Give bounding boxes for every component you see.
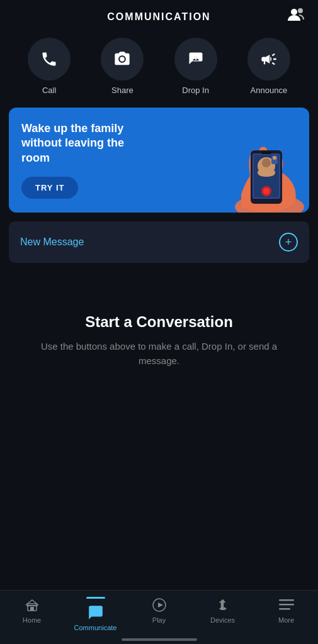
action-item-share[interactable]: Share — [101, 38, 144, 95]
svg-rect-20 — [279, 604, 294, 606]
communicate-icon — [88, 604, 104, 621]
svg-rect-10 — [261, 152, 271, 154]
try-it-button[interactable]: TRY IT — [21, 177, 78, 199]
more-nav-label: More — [278, 616, 294, 624]
share-button[interactable] — [101, 38, 144, 80]
share-label: Share — [111, 86, 133, 95]
page-title: COMMUNICATION — [107, 11, 210, 23]
action-row: Call Share Drop In Announce — [0, 31, 318, 108]
action-item-dropin[interactable]: Drop In — [174, 38, 217, 95]
svg-point-1 — [298, 8, 303, 13]
communicate-nav-label: Communicate — [74, 624, 117, 631]
new-message-row[interactable]: New Message + — [9, 221, 309, 263]
nav-item-play[interactable]: Play — [134, 597, 185, 624]
svg-rect-19 — [279, 599, 294, 601]
empty-state-title: Start a Conversation — [85, 313, 233, 331]
svg-point-0 — [291, 9, 297, 15]
call-label: Call — [42, 86, 56, 95]
svg-point-7 — [262, 158, 271, 167]
call-button[interactable] — [28, 38, 71, 80]
contacts-icon[interactable] — [288, 7, 305, 25]
devices-nav-label: Devices — [210, 616, 235, 624]
dropin-label: Drop In — [182, 86, 209, 95]
drop-in-icon — [187, 50, 205, 68]
home-icon — [24, 597, 40, 613]
announce-button[interactable] — [247, 38, 290, 80]
new-message-label: New Message — [20, 236, 84, 248]
nav-item-home[interactable]: Home — [7, 597, 57, 624]
nav-item-more[interactable]: More — [261, 597, 312, 624]
nav-item-devices[interactable]: Devices — [198, 597, 248, 624]
camera-icon — [113, 50, 131, 68]
empty-state-subtitle: Use the buttons above to make a call, Dr… — [25, 340, 293, 368]
empty-state: Start a Conversation Use the buttons abo… — [0, 263, 318, 368]
bottom-navigation: Home Communicate Play — [0, 590, 318, 644]
banner-text: Wake up the family without leaving the r… — [21, 121, 147, 165]
dropin-button[interactable] — [174, 38, 217, 80]
svg-point-12 — [273, 156, 276, 160]
nav-item-communicate[interactable]: Communicate — [71, 597, 121, 631]
banner-illustration — [216, 119, 304, 213]
svg-rect-21 — [279, 608, 290, 610]
home-nav-label: Home — [23, 616, 41, 624]
nav-items-container: Home Communicate Play — [0, 597, 318, 631]
phone-icon — [40, 50, 58, 68]
action-item-call[interactable]: Call — [28, 38, 71, 95]
svg-marker-17 — [158, 602, 163, 608]
svg-point-9 — [263, 188, 270, 194]
more-icon — [278, 597, 295, 613]
play-icon — [151, 597, 168, 613]
svg-rect-15 — [30, 607, 34, 611]
announce-icon — [260, 50, 278, 68]
home-indicator — [122, 638, 197, 641]
action-item-announce[interactable]: Announce — [247, 38, 290, 95]
svg-rect-18 — [220, 608, 225, 610]
active-indicator — [86, 597, 105, 599]
play-nav-label: Play — [152, 616, 166, 624]
header: COMMUNICATION — [0, 0, 318, 31]
devices-icon — [215, 597, 231, 613]
announce-label: Announce — [251, 86, 288, 95]
new-message-plus-button[interactable]: + — [279, 233, 298, 252]
promo-banner: Wake up the family without leaving the r… — [9, 108, 309, 213]
